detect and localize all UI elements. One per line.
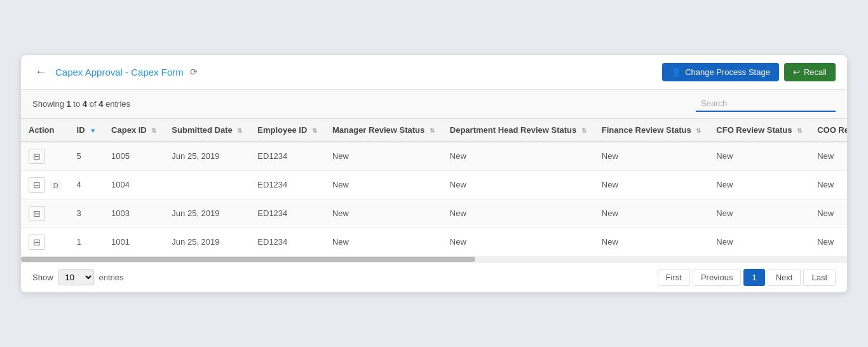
cell-dept-head-review: New — [442, 199, 594, 228]
entries-per-page-select[interactable]: 10 25 50 100 — [58, 269, 94, 285]
cell-employee-id: ED1234 — [250, 199, 325, 228]
recall-icon: ↩ — [793, 67, 800, 77]
cell-finance-review: New — [594, 142, 709, 171]
horizontal-scrollbar[interactable] — [21, 257, 847, 262]
data-table: Action ID ▼ Capex ID ⇅ Submitted Date ⇅ … — [21, 119, 847, 257]
cell-capex-id: 1004 — [104, 170, 164, 199]
cell-cfo-review: New — [709, 199, 810, 228]
sort-icon-cfo: ⇅ — [797, 127, 802, 134]
change-process-stage-label: Change Process Stage — [685, 67, 770, 77]
table-wrapper: Action ID ▼ Capex ID ⇅ Submitted Date ⇅ … — [21, 119, 847, 257]
cell-manager-review: New — [325, 228, 442, 256]
page-title: Capex Approval - Capex Form — [55, 67, 184, 78]
previous-page-button[interactable]: Previous — [693, 269, 742, 286]
cell-capex-id: 1005 — [104, 142, 164, 171]
footer: Show 10 25 50 100 entries First Previous… — [21, 262, 847, 292]
col-action: Action — [21, 119, 69, 142]
cell-submitted-date — [164, 170, 250, 199]
cell-id: 5 — [69, 142, 104, 171]
col-manager-review[interactable]: Manager Review Status ⇅ — [325, 119, 442, 142]
cell-coo-review: New — [810, 199, 847, 228]
cell-coo-review: New — [810, 142, 847, 171]
cell-finance-review: New — [594, 170, 709, 199]
col-dept-head-review[interactable]: Department Head Review Status ⇅ — [442, 119, 594, 142]
table-row: ⊟ 1 1001 Jun 25, 2019 ED1234 New New New… — [21, 228, 847, 256]
row-action-button[interactable]: ⊟ — [29, 206, 45, 221]
cell-cfo-review: New — [709, 228, 810, 256]
entries-label: entries — [105, 99, 130, 109]
sort-icon-date: ⇅ — [237, 127, 242, 134]
cell-employee-id: ED1234 — [250, 142, 325, 171]
next-page-button[interactable]: Next — [768, 269, 801, 286]
entries-per-page-label: entries — [99, 273, 124, 282]
row-action-button[interactable]: ⊟ — [29, 235, 45, 250]
cell-finance-review: New — [594, 228, 709, 256]
cell-id: 1 — [69, 228, 104, 256]
col-submitted-date[interactable]: Submitted Date ⇅ — [164, 119, 250, 142]
header: ← Capex Approval - Capex Form ⟳ 👤 Change… — [21, 55, 847, 90]
row-action-button[interactable]: ⊟ — [29, 149, 45, 164]
col-capex-id[interactable]: Capex ID ⇅ — [104, 119, 164, 142]
row-action-button[interactable]: ⊟ — [29, 177, 45, 193]
cell-dept-head-review: New — [442, 170, 594, 199]
sort-icon-fin: ⇅ — [696, 127, 701, 134]
entries-info: Showing 1 to 4 of 4 entries — [32, 99, 130, 109]
col-employee-id[interactable]: Employee ID ⇅ — [250, 119, 325, 142]
recall-button[interactable]: ↩ Recall — [784, 63, 836, 81]
sort-icon-id: ▼ — [90, 127, 96, 134]
cell-cfo-review: New — [709, 170, 810, 199]
cell-finance-review: New — [594, 199, 709, 228]
pagination: First Previous 1 Next Last — [658, 269, 836, 286]
cell-capex-id: 1003 — [104, 199, 164, 228]
cell-dept-head-review: New — [442, 228, 594, 256]
recall-label: Recall — [804, 67, 827, 77]
sort-icon-dept: ⇅ — [581, 127, 587, 134]
first-page-button[interactable]: First — [658, 269, 690, 286]
sort-icon-emp: ⇅ — [312, 127, 317, 134]
cell-coo-review: New — [810, 170, 847, 199]
col-id[interactable]: ID ▼ — [69, 119, 104, 142]
cell-coo-review: New — [810, 228, 847, 256]
cell-capex-id: 1001 — [104, 228, 164, 256]
show-entries: Show 10 25 50 100 entries — [32, 269, 124, 285]
last-page-button[interactable]: Last — [803, 269, 836, 286]
cell-cfo-review: New — [709, 142, 810, 171]
entries-total: 4 — [98, 99, 103, 109]
cell-submitted-date: Jun 25, 2019 — [164, 142, 250, 171]
refresh-button[interactable]: ⟳ — [190, 67, 198, 77]
table-header-row: Action ID ▼ Capex ID ⇅ Submitted Date ⇅ … — [21, 119, 847, 142]
scrollbar-thumb — [21, 257, 475, 262]
change-process-icon: 👤 — [671, 67, 681, 77]
sort-icon-capex: ⇅ — [151, 127, 156, 134]
back-button[interactable]: ← — [32, 63, 49, 81]
sort-icon-mgr: ⇅ — [430, 127, 435, 134]
main-card: ← Capex Approval - Capex Form ⟳ 👤 Change… — [21, 55, 847, 292]
cell-action: ⊟ D — [21, 170, 69, 199]
col-finance-review[interactable]: Finance Review Status ⇅ — [594, 119, 709, 142]
change-process-stage-button[interactable]: 👤 Change Process Stage — [662, 63, 779, 81]
cell-action: ⊟ — [21, 142, 69, 171]
cell-id: 3 — [69, 199, 104, 228]
current-page-button[interactable]: 1 — [743, 269, 764, 286]
table-row: ⊟ 5 1005 Jun 25, 2019 ED1234 New New New… — [21, 142, 847, 171]
table-row: ⊟ D 4 1004 ED1234 New New New New New Ne… — [21, 170, 847, 199]
cell-employee-id: ED1234 — [250, 228, 325, 256]
table-row: ⊟ 3 1003 Jun 25, 2019 ED1234 New New New… — [21, 199, 847, 228]
cell-submitted-date: Jun 25, 2019 — [164, 199, 250, 228]
entries-from: 1 — [67, 99, 71, 109]
col-coo-review[interactable]: COO Review Status ⇅ — [810, 119, 847, 142]
cell-submitted-date: Jun 25, 2019 — [164, 228, 250, 256]
cell-manager-review: New — [325, 199, 442, 228]
cell-dept-head-review: New — [442, 142, 594, 171]
cell-action: ⊟ — [21, 228, 69, 256]
search-input[interactable] — [696, 96, 836, 112]
search-box — [696, 96, 836, 112]
cell-id: 4 — [69, 170, 104, 199]
col-cfo-review[interactable]: CFO Review Status ⇅ — [709, 119, 810, 142]
entries-to: 4 — [83, 99, 87, 109]
header-left: ← Capex Approval - Capex Form ⟳ — [32, 63, 198, 81]
showing-label: Showing — [32, 99, 64, 109]
header-actions: 👤 Change Process Stage ↩ Recall — [662, 63, 836, 81]
show-label: Show — [32, 273, 53, 282]
cell-employee-id: ED1234 — [250, 170, 325, 199]
